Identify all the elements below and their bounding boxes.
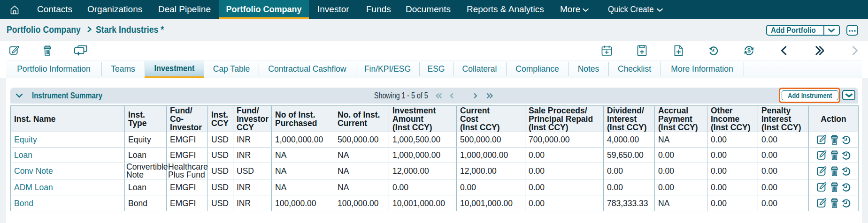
svg-text:$: $ (747, 47, 751, 54)
